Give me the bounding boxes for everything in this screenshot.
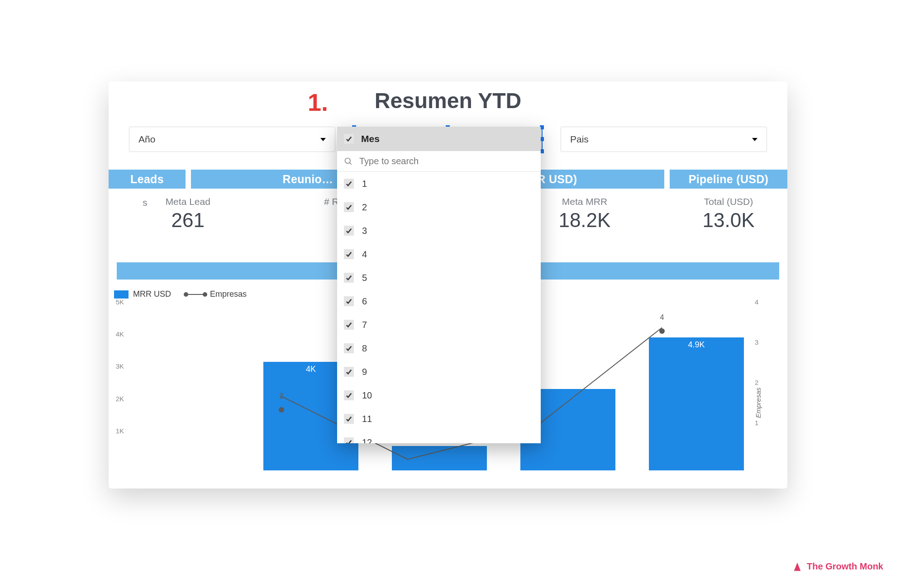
line-marker-icon [186,294,205,295]
dropdown-option[interactable]: 6 [337,289,541,313]
checkbox-icon[interactable] [344,179,354,189]
checkbox-icon[interactable] [344,273,354,283]
kpi-mrr-meta-label: Meta MRR [558,196,610,207]
search-icon [344,157,353,166]
dropdown-option[interactable]: 4 [337,242,541,266]
kpi-leads-meta-value: 261 [166,209,210,232]
y-axis-left: 1K 2K 3K 4K 5K [115,309,124,470]
dropdown-option[interactable]: 3 [337,219,541,242]
dropdown-option[interactable]: 5 [337,266,541,289]
checkbox-icon[interactable] [344,343,354,353]
kpi-pipeline-label: Total (USD) [703,196,755,207]
dropdown-header[interactable]: Mes [337,127,541,151]
dropdown-title: Mes [361,133,380,144]
line-point-5-label: 4 [660,313,664,321]
kpi-pipeline-value: 13.0K [703,209,755,232]
line-point-5 [659,328,665,334]
y-axis-right-label: Empresas [755,388,762,418]
filter-year-label: Año [138,134,155,145]
dropdown-option[interactable]: 8 [337,337,541,360]
dropdown-option[interactable]: 7 [337,313,541,337]
filter-month-dropdown[interactable]: Mes 123456789101112 [337,127,541,443]
dropdown-option[interactable]: 11 [337,407,541,431]
legend-line: Empresas [186,289,247,299]
checkbox-icon[interactable] [344,367,354,377]
svg-point-0 [345,158,351,163]
chevron-down-icon [752,138,757,141]
dropdown-option[interactable]: 10 [337,384,541,407]
checkbox-icon[interactable] [344,296,354,306]
brand-footer: The Growth Monk [792,561,883,572]
bar-3: 890.5 [392,446,487,470]
brand-name: The Growth Monk [807,561,883,572]
page-title: Resumen YTD [109,88,787,113]
dropdown-search-input[interactable] [359,156,534,166]
checkbox-icon[interactable] [344,390,354,400]
dropdown-option[interactable]: 12 [337,431,541,443]
dropdown-search [337,151,541,172]
checkbox-all-icon[interactable] [344,134,354,144]
dropdown-option[interactable]: 2 [337,195,541,219]
svg-line-1 [350,162,352,164]
dashboard-card: 1. Resumen YTD Año Pais Leads Reunio… …R… [109,81,787,488]
filter-year-select[interactable]: Año [129,127,335,152]
checkbox-icon[interactable] [344,202,354,212]
filter-country-select[interactable]: Pais [561,127,767,152]
chart-legend: MRR USD Empresas [114,289,247,299]
line-point-2-label: 2 [279,392,283,400]
kpi-mrr-meta-value: 18.2K [558,209,610,232]
dropdown-option[interactable]: 9 [337,360,541,384]
checkbox-icon[interactable] [344,226,354,236]
dropdown-option[interactable]: 1 [337,172,541,195]
checkbox-icon[interactable] [344,320,354,330]
line-point-2 [279,407,284,413]
bar-5: 4.9K [649,337,744,470]
kpi-leads-leftfrag: s [143,196,148,208]
checkbox-icon[interactable] [344,437,354,443]
checkbox-icon[interactable] [344,414,354,424]
filter-country-label: Pais [570,134,589,145]
kpi-leads-meta-label: Meta Lead [166,196,210,207]
dropdown-list[interactable]: 123456789101112 [337,172,541,443]
chevron-down-icon [320,138,326,141]
checkbox-icon[interactable] [344,249,354,259]
kpi-header-pipeline: Pipeline (USD) [670,170,787,189]
brand-icon [792,562,802,572]
kpi-header-leads: Leads [109,170,186,189]
